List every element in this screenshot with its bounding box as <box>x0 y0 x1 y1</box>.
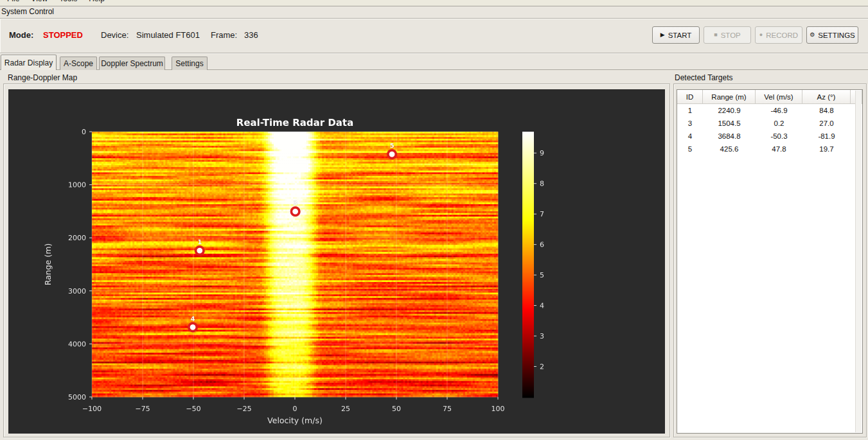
stop-button[interactable]: ■ STOP <box>704 26 751 44</box>
settings-button-label: SETTINGS <box>818 31 855 39</box>
table-row[interactable]: 12240.9-46.984.8 <box>677 104 862 117</box>
table-cell: -81.9 <box>802 130 851 143</box>
device-value: Simulated FT601 <box>136 30 200 40</box>
menu-tools[interactable]: Tools <box>53 0 83 5</box>
table-cell: 2240.9 <box>703 104 756 117</box>
tab-doppler-spectrum[interactable]: Doppler Spectrum <box>99 57 165 70</box>
table-cell: 47.8 <box>756 143 802 155</box>
table-row[interactable]: 31504.50.227.0 <box>677 117 862 130</box>
detected-targets-title: Detected Targets <box>675 73 733 82</box>
table-scrollbar[interactable] <box>855 91 862 432</box>
tab-a-scope[interactable]: A-Scope <box>60 57 97 70</box>
frame-label: Frame: <box>211 30 237 40</box>
record-button-label: RECORD <box>766 31 798 39</box>
table-cell: 1504.5 <box>703 117 756 130</box>
tab-radar-display[interactable]: Radar Display <box>1 55 57 70</box>
device-label: Device: <box>101 30 128 40</box>
detected-targets-table[interactable]: IDRange (m)Vel (m/s)Az (°) 12240.9-46.98… <box>677 89 863 434</box>
column-header[interactable]: ID <box>677 90 703 104</box>
tab-settings[interactable]: Settings <box>172 57 208 70</box>
gear-icon: ⚙ <box>810 32 815 38</box>
table-cell: 3684.8 <box>703 130 756 143</box>
start-button-label: START <box>668 31 692 39</box>
range-doppler-map-title: Range-Doppler Map <box>8 73 77 82</box>
record-button[interactable]: ● RECORD <box>755 26 802 44</box>
targets-table-header: IDRange (m)Vel (m/s)Az (°) <box>677 90 862 104</box>
frame-value: 336 <box>244 30 258 40</box>
table-cell: 19.7 <box>802 143 851 155</box>
table-cell: 0.2 <box>756 117 802 130</box>
stop-button-label: STOP <box>721 31 741 39</box>
table-cell: -50.3 <box>756 130 802 143</box>
column-header[interactable]: Az (°) <box>802 90 851 104</box>
system-control-title: System Control <box>1 7 54 16</box>
record-icon: ● <box>759 32 763 38</box>
mode-value: STOPPED <box>43 30 83 40</box>
play-icon: ▶ <box>660 32 665 38</box>
table-cell: 3 <box>677 117 703 130</box>
table-cell: 27.0 <box>802 117 851 130</box>
menu-help[interactable]: Help <box>83 0 111 5</box>
menu-view[interactable]: View <box>25 0 53 5</box>
menu-file[interactable]: File <box>1 0 25 5</box>
mode-label: Mode: <box>9 30 33 40</box>
stop-icon: ■ <box>714 32 717 38</box>
table-cell: 84.8 <box>802 104 851 117</box>
table-row[interactable]: 43684.8-50.3-81.9 <box>677 130 862 143</box>
table-cell: 1 <box>677 104 703 117</box>
range-doppler-heatmap[interactable] <box>8 89 665 434</box>
table-row[interactable]: 5425.647.819.7 <box>677 143 862 155</box>
settings-button[interactable]: ⚙ SETTINGS <box>806 26 858 44</box>
start-button[interactable]: ▶ START <box>652 26 700 44</box>
targets-table-body: 12240.9-46.984.831504.50.227.043684.8-50… <box>677 104 862 155</box>
column-header[interactable]: Range (m) <box>703 90 756 104</box>
menubar: FileViewToolsHelp <box>0 0 868 6</box>
table-cell: 5 <box>677 143 703 155</box>
column-header[interactable]: Vel (m/s) <box>756 90 802 104</box>
table-cell: -46.9 <box>756 104 802 117</box>
table-cell: 4 <box>677 130 703 143</box>
table-cell: 425.6 <box>703 143 756 155</box>
